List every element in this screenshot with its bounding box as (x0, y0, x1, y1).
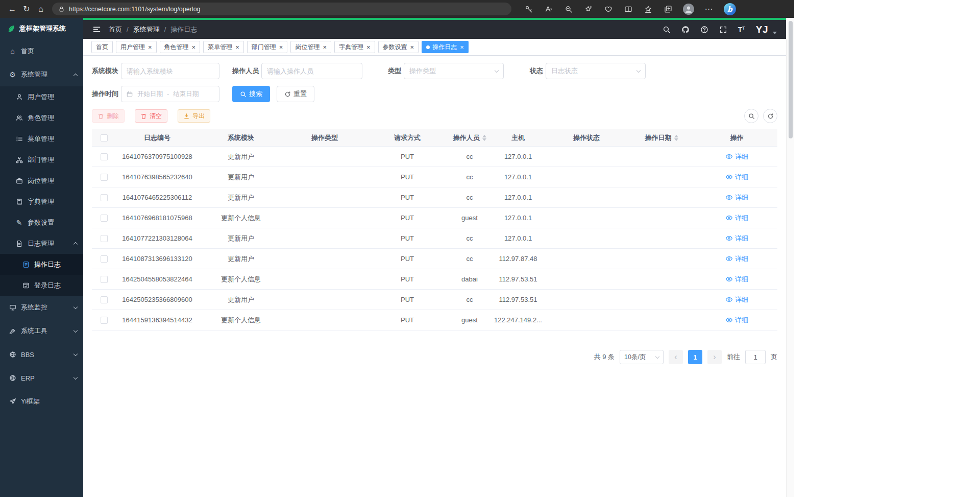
tab-close-icon[interactable]: × (410, 44, 414, 51)
search-icon[interactable] (663, 26, 671, 34)
window-scrollbar[interactable] (786, 18, 794, 497)
next-page-button[interactable]: › (707, 350, 722, 364)
user-logo[interactable]: YJ (756, 24, 768, 35)
chevron-down-icon[interactable] (773, 32, 777, 34)
tab-close-icon[interactable]: × (235, 44, 239, 51)
sidebar-item-param-settings[interactable]: ✎参数设置 (0, 212, 83, 233)
sidebar-item-user-management[interactable]: 用户管理 (0, 86, 83, 107)
page-size-select[interactable]: 10条/页 (620, 350, 664, 364)
clear-button[interactable]: 清空 (135, 109, 167, 123)
tab-menu-management[interactable]: 菜单管理× (203, 41, 244, 53)
favorites-bar-icon[interactable] (643, 4, 653, 14)
sidebar-item-yi-framework[interactable]: Yi框架 (0, 390, 83, 413)
more-options-icon[interactable]: ⋯ (704, 4, 714, 14)
sort-caret-icon[interactable] (482, 135, 486, 141)
tab-close-icon[interactable]: × (323, 44, 327, 51)
sidebar-item-bbs[interactable]: BBS (0, 343, 83, 366)
row-checkbox[interactable] (101, 215, 108, 222)
tab-post-management[interactable]: 岗位管理× (290, 41, 331, 53)
detail-link[interactable]: 详细 (725, 254, 748, 264)
tab-close-icon[interactable]: × (148, 44, 152, 51)
operator-input[interactable] (261, 63, 362, 79)
sidebar-item-post-management[interactable]: 岗位管理 (0, 170, 83, 191)
tab-close-icon[interactable]: × (192, 44, 196, 51)
tab-dept-management[interactable]: 部门管理× (247, 41, 288, 53)
row-checkbox[interactable] (101, 174, 108, 181)
favorite-add-icon[interactable] (583, 4, 594, 14)
start-date-input[interactable] (135, 90, 165, 98)
app-logo[interactable]: 意框架管理系统 (0, 18, 83, 39)
browser-back-icon[interactable]: ← (5, 3, 19, 16)
sidebar-item-dept-management[interactable]: 部门管理 (0, 149, 83, 170)
detail-link[interactable]: 详细 (725, 295, 748, 304)
row-checkbox[interactable] (101, 153, 108, 160)
sidebar-item-login-log[interactable]: 登录日志 (0, 275, 83, 296)
split-screen-icon[interactable] (623, 4, 633, 14)
detail-link[interactable]: 详细 (725, 234, 748, 243)
select-all-checkbox[interactable] (101, 134, 108, 141)
show-search-toggle-icon[interactable] (744, 109, 758, 123)
reset-button[interactable]: 重置 (277, 86, 314, 102)
sort-caret-icon[interactable] (674, 135, 678, 141)
row-checkbox[interactable] (101, 194, 108, 201)
breadcrumb-item[interactable]: 首页 (109, 25, 122, 34)
sidebar-item-role-management[interactable]: 角色管理 (0, 107, 83, 128)
github-icon[interactable] (681, 26, 690, 34)
status-select[interactable]: 日志状态 (546, 63, 646, 79)
sidebar-item-log-management[interactable]: 日志管理 (0, 233, 83, 254)
font-size-icon[interactable]: TT (738, 26, 745, 33)
detail-link[interactable]: 详细 (725, 214, 748, 223)
prev-page-button[interactable]: ‹ (669, 350, 683, 364)
detail-link[interactable]: 详细 (725, 152, 748, 161)
date-range-picker[interactable]: - (121, 86, 219, 102)
tab-operation-log[interactable]: 操作日志× (422, 41, 469, 53)
sidebar-item-system-monitor[interactable]: 系统监控 (0, 296, 83, 319)
read-aloud-icon[interactable] (544, 4, 554, 14)
tab-close-icon[interactable]: × (279, 44, 283, 51)
profile-avatar[interactable] (683, 4, 694, 15)
search-button[interactable]: 搜索 (232, 86, 270, 102)
bing-copilot-icon[interactable]: b (724, 3, 736, 15)
detail-link[interactable]: 详细 (725, 193, 748, 202)
type-select[interactable]: 操作类型 (404, 63, 504, 79)
tab-close-icon[interactable]: × (460, 44, 464, 51)
tab-role-management[interactable]: 角色管理× (160, 41, 201, 53)
detail-link[interactable]: 详细 (725, 173, 748, 182)
sidebar-item-erp[interactable]: ERP (0, 366, 83, 390)
row-checkbox[interactable] (101, 235, 108, 242)
column-header-op-date[interactable]: 操作日期 (627, 129, 696, 146)
help-icon[interactable] (700, 26, 708, 34)
row-checkbox[interactable] (101, 255, 108, 263)
scrollbar-thumb[interactable] (789, 21, 793, 138)
column-header-operator[interactable]: 操作人员 (449, 129, 490, 146)
refresh-table-icon[interactable] (763, 109, 777, 123)
sidebar-item-home[interactable]: ⌂首页 (0, 39, 83, 63)
sidebar-item-system-tools[interactable]: 系统工具 (0, 319, 83, 343)
browser-refresh-icon[interactable]: ↻ (19, 3, 34, 16)
tab-home[interactable]: 首页 (91, 41, 113, 53)
collections-icon[interactable] (663, 4, 673, 14)
export-button[interactable]: 导出 (178, 109, 210, 123)
sidebar-item-menu-management[interactable]: 菜单管理 (0, 128, 83, 149)
hamburger-menu-icon[interactable] (92, 25, 101, 34)
tab-dict-management[interactable]: 字典管理× (334, 41, 375, 53)
end-date-input[interactable] (171, 90, 201, 98)
zoom-out-icon[interactable] (564, 4, 574, 14)
breadcrumb-item[interactable]: 系统管理 (133, 25, 160, 34)
tab-close-icon[interactable]: × (366, 44, 371, 51)
row-checkbox[interactable] (101, 317, 108, 324)
password-key-icon[interactable] (524, 4, 534, 14)
detail-link[interactable]: 详细 (725, 316, 748, 325)
goto-page-input[interactable] (745, 350, 766, 364)
sidebar-item-system-management[interactable]: ⚙系统管理 (0, 63, 83, 86)
delete-button[interactable]: 删除 (92, 109, 125, 123)
tab-user-management[interactable]: 用户管理× (116, 41, 157, 53)
browser-home-icon[interactable]: ⌂ (34, 3, 48, 16)
current-page-button[interactable]: 1 (688, 350, 702, 364)
fullscreen-icon[interactable] (719, 26, 727, 34)
sidebar-item-operation-log[interactable]: 操作日志 (0, 254, 83, 275)
sidebar-item-dict-management[interactable]: 字典管理 (0, 191, 83, 212)
row-checkbox[interactable] (101, 296, 108, 303)
tab-param-settings[interactable]: 参数设置× (378, 41, 419, 53)
browser-essentials-icon[interactable] (603, 4, 614, 14)
